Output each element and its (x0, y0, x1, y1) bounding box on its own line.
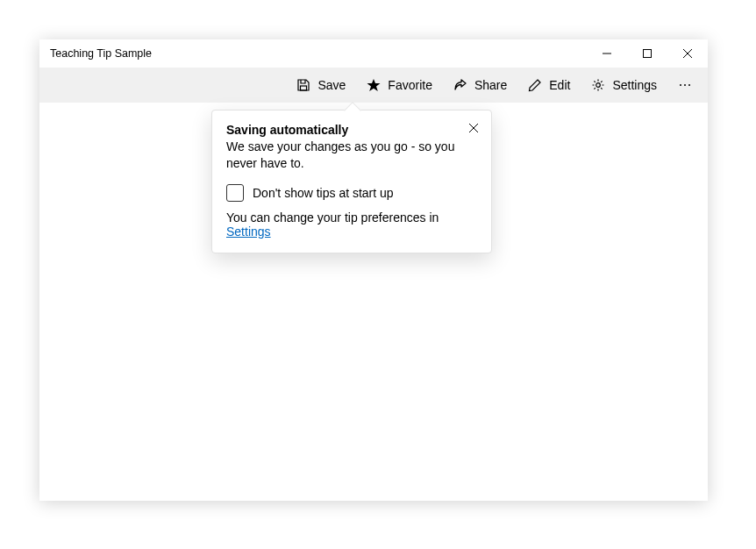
edit-icon (528, 78, 542, 92)
tip-close-button[interactable] (461, 116, 486, 140)
teaching-tip: Saving automatically We save your change… (211, 110, 492, 253)
settings-button[interactable]: Settings (581, 69, 667, 101)
minimize-icon (603, 47, 611, 61)
tip-footer-text: You can change your tip preferences in (226, 210, 439, 225)
tip-footer: You can change your tip preferences in S… (226, 210, 477, 239)
edit-button[interactable]: Edit (517, 69, 581, 101)
window-title: Teaching Tip Sample (50, 47, 587, 60)
favorite-label: Favorite (388, 78, 432, 92)
tip-checkbox-label: Don't show tips at start up (253, 186, 394, 200)
tip-settings-link[interactable]: Settings (226, 225, 271, 239)
command-bar: Save Favorite Share Edit (39, 68, 708, 103)
settings-label: Settings (612, 78, 657, 92)
close-icon (683, 47, 692, 61)
share-icon (453, 78, 467, 92)
tip-body: Don't show tips at start up (226, 184, 477, 202)
app-window: Teaching Tip Sample (39, 39, 708, 501)
svg-rect-1 (644, 49, 652, 57)
maximize-icon (643, 47, 652, 61)
favorite-button[interactable]: Favorite (356, 69, 443, 101)
more-icon (680, 84, 691, 87)
save-button[interactable]: Save (286, 69, 356, 101)
overflow-button[interactable] (667, 69, 703, 101)
share-button[interactable]: Share (443, 69, 517, 101)
maximize-button[interactable] (627, 39, 667, 68)
tip-checkbox[interactable] (226, 184, 244, 202)
svg-rect-4 (301, 86, 307, 90)
tip-checkbox-row: Don't show tips at start up (226, 184, 477, 202)
save-label: Save (317, 78, 346, 92)
gear-icon (591, 78, 605, 92)
svg-marker-5 (367, 79, 381, 91)
caption-buttons (587, 39, 708, 68)
share-label: Share (474, 78, 507, 92)
close-button[interactable] (667, 39, 708, 68)
edit-label: Edit (549, 78, 570, 92)
tip-subtitle: We save your changes as you go - so you … (226, 139, 477, 172)
close-icon (469, 122, 478, 135)
minimize-button[interactable] (587, 39, 627, 68)
titlebar: Teaching Tip Sample (39, 39, 708, 68)
tip-title: Saving automatically (226, 123, 477, 137)
star-icon (367, 78, 381, 92)
save-icon (296, 78, 310, 92)
svg-point-6 (596, 83, 601, 88)
